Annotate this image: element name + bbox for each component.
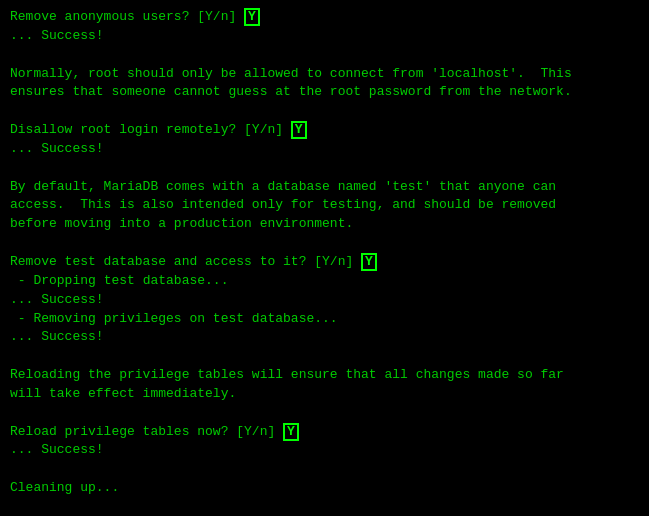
- line-17: Reload privilege tables now? [Y/n] Y: [10, 423, 639, 442]
- blank-6: [10, 404, 639, 423]
- blank-5: [10, 347, 639, 366]
- line-17-text: Reload privilege tables now? [Y/n]: [10, 424, 283, 439]
- blank-7: [10, 460, 639, 479]
- line-16: will take effect immediately.: [10, 385, 639, 404]
- line-10-text: Remove test database and access to it? […: [10, 254, 361, 269]
- line-10: Remove test database and access to it? […: [10, 253, 639, 272]
- line-9: before moving into a production environm…: [10, 215, 639, 234]
- line-5: Disallow root login remotely? [Y/n] Y: [10, 121, 639, 140]
- line-2: ... Success!: [10, 27, 639, 46]
- blank-1: [10, 46, 639, 65]
- blank-4: [10, 234, 639, 253]
- line-15: Reloading the privilege tables will ensu…: [10, 366, 639, 385]
- line-4: ensures that someone cannot guess at the…: [10, 83, 639, 102]
- line-19: Cleaning up...: [10, 479, 639, 498]
- line-5-text: Disallow root login remotely? [Y/n]: [10, 122, 291, 137]
- blank-2: [10, 102, 639, 121]
- line-13: - Removing privileges on test database..…: [10, 310, 639, 329]
- line-7: By default, MariaDB comes with a databas…: [10, 178, 639, 197]
- line-1: Remove anonymous users? [Y/n] Y: [10, 8, 639, 27]
- line-11: - Dropping test database...: [10, 272, 639, 291]
- line-8: access. This is also intended only for t…: [10, 196, 639, 215]
- line-6: ... Success!: [10, 140, 639, 159]
- line-12: ... Success!: [10, 291, 639, 310]
- blank-3: [10, 159, 639, 178]
- y-input-1: Y: [244, 8, 260, 26]
- y-input-3: Y: [361, 253, 377, 271]
- line-14: ... Success!: [10, 328, 639, 347]
- line-3: Normally, root should only be allowed to…: [10, 65, 639, 84]
- y-input-2: Y: [291, 121, 307, 139]
- line-1-text: Remove anonymous users? [Y/n]: [10, 9, 244, 24]
- terminal-output: Remove anonymous users? [Y/n] Y ... Succ…: [10, 8, 639, 508]
- y-input-4: Y: [283, 423, 299, 441]
- line-18: ... Success!: [10, 441, 639, 460]
- blank-8: [10, 498, 639, 516]
